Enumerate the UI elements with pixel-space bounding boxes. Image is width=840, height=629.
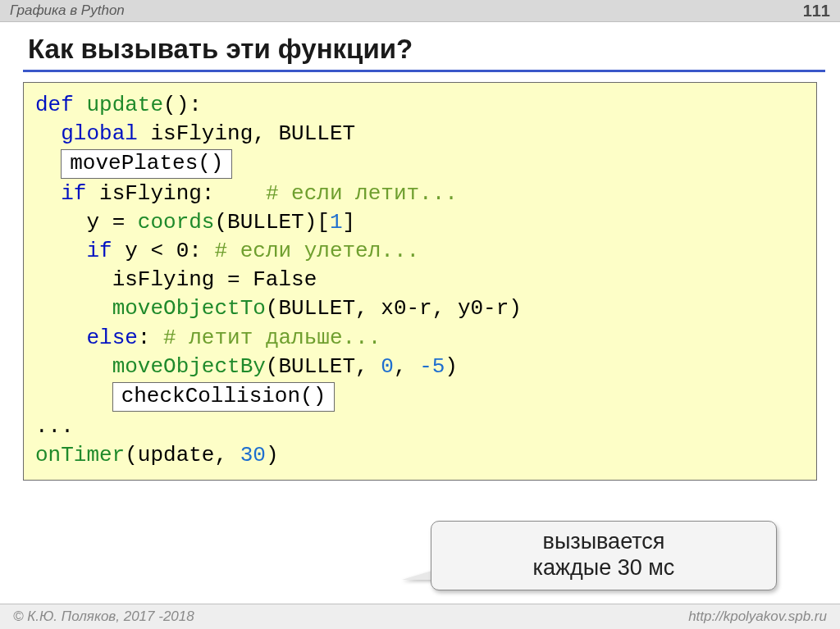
code-keyword: def [35,93,74,117]
code-text: (): [163,93,202,117]
code-keyword: if [61,181,86,206]
code-func: moveObjectTo [112,296,266,321]
code-number: 0 [381,354,394,379]
code-text: y = [86,210,137,235]
code-text: ... [35,414,74,439]
code-func: onTimer [35,443,125,467]
code-text: isFlying = False [112,267,317,292]
code-text: , [394,354,419,379]
callout-line1: вызывается [543,529,665,554]
code-text: (BULLET, [266,354,381,379]
code-highlight-box: movePlates() [61,149,232,179]
code-text: ) [445,354,458,379]
code-text: (update, [125,443,240,467]
code-func: coords [138,210,215,235]
code-text: ) [266,443,279,467]
code-number: 1 [330,210,343,235]
code-block: def update(): global isFlying, BULLET mo… [23,82,817,481]
code-func: update [86,93,163,117]
code-number: -5 [419,354,445,379]
code-text: ] [343,210,356,235]
callout-line2: каждые 30 мс [533,555,675,580]
footer-url: http://kpolyakov.spb.ru [688,608,827,625]
code-text: : [138,326,163,350]
slide-header: Графика в Python 111 [0,0,840,22]
title-underline [23,70,825,72]
code-comment: # если летит... [266,181,458,206]
code-keyword: if [86,239,112,263]
section-title: Графика в Python [10,2,125,19]
code-highlight-box: checkCollision() [112,382,336,412]
code-text: (BULLET, x0-r, y0-r) [266,296,522,321]
code-comment: # летит дальше... [163,326,381,350]
footer-copyright: © К.Ю. Поляков, 2017 -2018 [13,608,194,625]
page-number: 111 [803,2,830,21]
callout-box: вызывается каждые 30 мс [431,521,777,590]
slide-footer: © К.Ю. Поляков, 2017 -2018 http://kpolya… [0,604,840,629]
code-func: moveObjectBy [112,354,266,379]
code-comment: # если улетел... [214,239,419,263]
code-text: y < 0: [112,239,215,263]
slide: Графика в Python 111 Как вызывать эти фу… [0,0,840,629]
code-text: isFlying: [86,181,214,206]
callout-tail [402,570,435,580]
code-keyword: global [61,121,138,146]
code-text: isFlying, BULLET [138,121,355,146]
slide-title: Как вызывать эти функции? [28,34,840,65]
code-number: 30 [240,443,266,467]
code-keyword: else [86,326,137,350]
code-text: (BULLET)[ [214,210,329,235]
